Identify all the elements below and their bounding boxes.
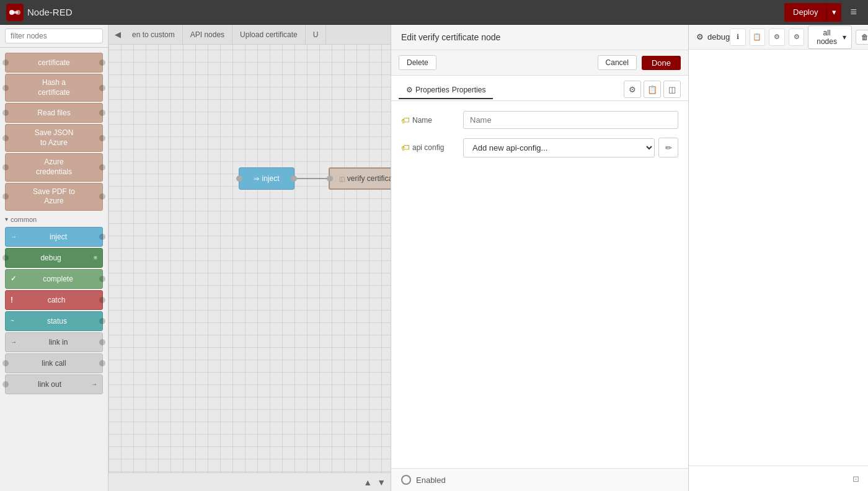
api-config-select[interactable]: Add new api-config... — [463, 138, 655, 157]
edit-panel-tabs: ⚙ Properties Properties ⚙ 📋 ◫ — [391, 76, 688, 101]
sidebar-item-status[interactable]: ~ status — [5, 311, 103, 331]
sidebar-item-certificate[interactable]: certificate — [5, 53, 103, 73]
node-port-right — [99, 297, 105, 303]
deploy-label: Deploy — [784, 3, 827, 22]
properties-settings-icon-btn[interactable]: ⚙ — [624, 81, 641, 98]
canvas-area[interactable]: ◀ en to custom API nodes Upload certific… — [108, 25, 391, 491]
api-config-edit-btn[interactable]: ✏ — [658, 138, 678, 157]
name-label: 🏷 Name — [401, 115, 457, 125]
sidebar-item-link-call[interactable]: link call — [5, 353, 103, 373]
app-logo: Node-RED — [6, 4, 73, 21]
inject-port-right — [291, 175, 297, 182]
filter-nodes-container — [0, 25, 108, 48]
sidebar-item-azure-credentials[interactable]: Azurecredentials — [5, 153, 103, 181]
link-in-icon-left: → — [11, 338, 17, 345]
node-port-left — [2, 110, 9, 116]
canvas-verify-node[interactable]: ◫ verify certificate — [329, 167, 391, 190]
done-button[interactable]: Done — [642, 56, 681, 70]
properties-doc-icon-btn[interactable]: 📋 — [644, 81, 661, 98]
debug-panel-controls: ℹ 📋 ⚙ ⚙ all nodes ▾ 🗑 all ▾ — [730, 25, 868, 49]
sidebar-item-complete[interactable]: ✓ complete — [5, 269, 103, 289]
filter-chevron-icon: ▾ — [843, 33, 846, 42]
node-port-right — [99, 234, 105, 240]
sidebar-item-debug[interactable]: debug ≡ — [5, 248, 103, 268]
filter-nodes-input[interactable] — [5, 29, 103, 43]
sidebar-item-read-files[interactable]: Read files — [5, 103, 103, 123]
debug-footer-icon: ⊡ — [848, 471, 863, 486]
node-port-left — [2, 85, 9, 91]
topbar-left: Node-RED — [6, 4, 73, 21]
sidebar: certificate Hash acertificate Read files… — [0, 25, 108, 491]
main-layout: certificate Hash acertificate Read files… — [0, 25, 868, 491]
node-port-right — [99, 193, 105, 200]
node-port-right — [99, 60, 105, 66]
enabled-label: Enabled — [416, 476, 446, 485]
api-config-select-wrap: Add new api-config... ✏ — [463, 138, 678, 157]
canvas-inject-node[interactable]: ⇒ inject — [239, 167, 294, 190]
edit-panel-toolbar: Delete Cancel Done — [391, 50, 688, 76]
debug-info-btn[interactable]: ℹ — [730, 29, 746, 46]
debug-doc-btn[interactable]: 📋 — [750, 29, 766, 46]
deploy-button[interactable]: Deploy ▾ — [784, 3, 841, 22]
debug-panel-title: ⚙ debug — [696, 32, 730, 42]
flow-wires — [108, 45, 391, 472]
svg-rect-3 — [12, 11, 18, 14]
logo-icon — [6, 4, 24, 21]
node-port-right — [99, 85, 105, 91]
tab-properties[interactable]: ⚙ Properties Properties — [399, 82, 493, 99]
topbar: Node-RED Deploy ▾ ≡ — [0, 0, 868, 25]
canvas-tab-api[interactable]: API nodes — [183, 25, 232, 44]
inject-icon-left: → — [11, 233, 17, 240]
debug-gear2-btn[interactable]: ⚙ — [789, 29, 805, 46]
form-row-api-config: 🏷 api config Add new api-config... ✏ — [401, 138, 678, 157]
inject-port-left — [236, 175, 242, 182]
debug-panel-body — [689, 50, 868, 466]
node-port-right — [99, 164, 105, 170]
sidebar-item-catch[interactable]: ! catch — [5, 290, 103, 310]
edit-panel-icon-buttons: ⚙ 📋 ◫ — [624, 81, 681, 100]
node-port-left — [2, 60, 9, 66]
debug-gear-icon: ⚙ — [696, 32, 704, 42]
verify-icon: ◫ — [339, 175, 345, 182]
debug-panel-header: ⚙ debug ℹ 📋 ⚙ ⚙ all nodes ▾ 🗑 all ▾ — [689, 25, 868, 50]
cancel-button[interactable]: Cancel — [598, 55, 637, 70]
canvas-tab-u[interactable]: U — [306, 25, 327, 44]
canvas-zoom-out-btn[interactable]: ▼ — [377, 477, 386, 487]
hamburger-button[interactable]: ≡ — [845, 3, 862, 21]
edit-panel: Edit verify certificate node Delete Canc… — [391, 25, 688, 491]
canvas-tab-custom[interactable]: en to custom — [125, 25, 183, 44]
debug-settings-btn[interactable]: ⚙ — [769, 29, 785, 46]
debug-panel-footer: ⊡ — [689, 466, 868, 491]
properties-gear-icon: ⚙ — [406, 86, 413, 94]
sidebar-item-link-in[interactable]: → link in — [5, 332, 103, 352]
delete-button[interactable]: Delete — [399, 55, 436, 70]
node-port-left — [2, 164, 9, 170]
canvas-tabs: ◀ en to custom API nodes Upload certific… — [108, 25, 391, 45]
trash-icon: 🗑 — [861, 33, 868, 42]
complete-icon-left: ✓ — [11, 275, 16, 283]
enabled-checkbox[interactable] — [401, 475, 411, 485]
debug-filter-all-nodes-btn[interactable]: all nodes ▾ — [808, 25, 852, 49]
sidebar-item-hash-certificate[interactable]: Hash acertificate — [5, 74, 103, 102]
debug-filter-all-btn[interactable]: 🗑 all ▾ — [856, 30, 868, 45]
canvas-content: ⇒ inject ◫ verify certificate n — [108, 45, 391, 472]
canvas-zoom-in-btn[interactable]: ▲ — [363, 477, 372, 487]
verify-port-left — [327, 175, 333, 182]
sidebar-item-save-pdf[interactable]: Save PDF toAzure — [5, 183, 103, 211]
sidebar-item-save-json[interactable]: Save JSONto Azure — [5, 124, 103, 152]
node-port-left — [2, 255, 9, 261]
canvas-tab-arrow-left[interactable]: ◀ — [111, 30, 125, 39]
api-config-tag-icon: 🏷 — [401, 143, 410, 153]
sidebar-item-link-out[interactable]: link out → — [5, 374, 103, 394]
edit-panel-header: Edit verify certificate node — [391, 25, 688, 50]
topbar-right: Deploy ▾ ≡ — [784, 3, 862, 22]
node-port-right — [99, 135, 105, 141]
properties-appearance-icon-btn[interactable]: ◫ — [663, 81, 681, 98]
app-title: Node-RED — [27, 7, 73, 17]
canvas-tab-upload[interactable]: Upload certificate — [232, 25, 306, 44]
sidebar-item-inject[interactable]: → inject — [5, 227, 103, 247]
name-input[interactable] — [463, 111, 678, 129]
debug-icon-right: ≡ — [94, 254, 97, 261]
inject-arrow-icon: ⇒ — [254, 175, 259, 183]
status-icon-left: ~ — [11, 317, 14, 324]
